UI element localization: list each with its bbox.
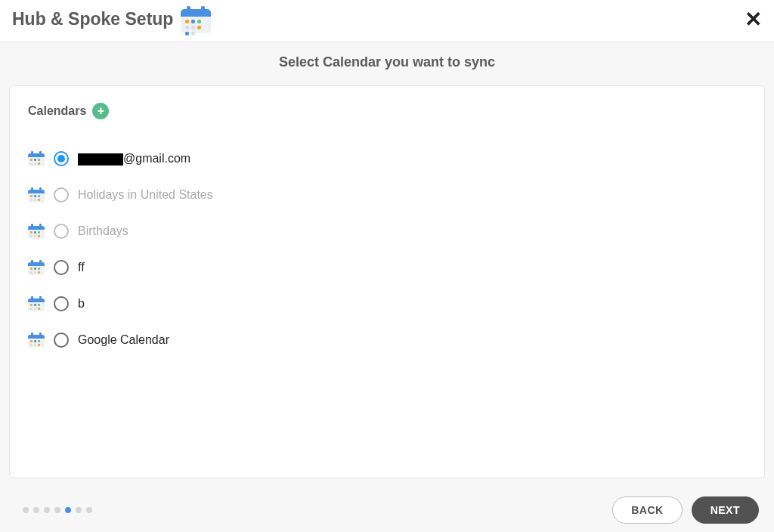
step-dot <box>33 507 39 513</box>
calendar-label: @gmail.com <box>78 152 190 165</box>
calendar-icon <box>28 260 45 275</box>
calendar-label: Google Calendar <box>78 333 169 347</box>
step-dot <box>86 507 92 513</box>
step-dot <box>23 507 29 513</box>
step-subtitle: Select Calendar you want to sync <box>0 42 774 85</box>
close-icon[interactable]: ✕ <box>745 9 762 30</box>
step-dot <box>65 507 71 513</box>
calendar-icon <box>28 296 45 311</box>
calendar-icon <box>28 224 45 239</box>
calendar-row: @gmail.com <box>28 141 746 177</box>
calendar-radio[interactable] <box>54 151 69 166</box>
calendar-label: ff <box>78 261 85 274</box>
calendar-radio <box>54 187 69 203</box>
calendar-label: b <box>78 297 85 311</box>
back-button[interactable]: BACK <box>612 496 682 524</box>
dialog-header: Hub & Spoke Setup ✕ <box>0 0 774 42</box>
section-header: Calendars + <box>28 103 746 119</box>
calendar-row: Google Calendar <box>28 322 746 358</box>
calendar-icon <box>28 332 45 348</box>
calendar-radio <box>54 224 69 239</box>
add-calendar-button[interactable]: + <box>92 103 109 119</box>
step-dot <box>44 507 50 513</box>
footer-buttons: BACK NEXT <box>612 496 759 524</box>
wizard-footer: BACK NEXT <box>0 488 774 532</box>
progress-stepper <box>23 507 92 513</box>
calendar-icon <box>28 187 45 203</box>
step-dot <box>76 507 82 513</box>
calendar-radio[interactable] <box>54 260 69 275</box>
calendar-row: b <box>28 286 746 322</box>
calendars-panel: Calendars + @gmail.comHolidays in United… <box>9 85 765 478</box>
calendar-row: Birthdays <box>28 213 746 249</box>
next-button[interactable]: NEXT <box>692 496 759 524</box>
page-title: Hub & Spoke Setup <box>12 9 173 29</box>
calendar-row: Holidays in United States <box>28 177 746 213</box>
header-left: Hub & Spoke Setup <box>12 6 211 33</box>
calendar-label: Holidays in United States <box>78 188 213 202</box>
calendar-radio[interactable] <box>54 296 69 311</box>
calendar-list: @gmail.comHolidays in United StatesBirth… <box>28 141 746 358</box>
calendar-icon <box>28 151 45 166</box>
calendar-label: Birthdays <box>78 224 128 238</box>
calendar-row: ff <box>28 249 746 286</box>
step-dot <box>54 507 60 513</box>
section-title: Calendars <box>28 104 86 118</box>
calendar-radio[interactable] <box>54 332 69 348</box>
calendar-icon <box>181 6 211 33</box>
redacted-text <box>78 153 123 165</box>
